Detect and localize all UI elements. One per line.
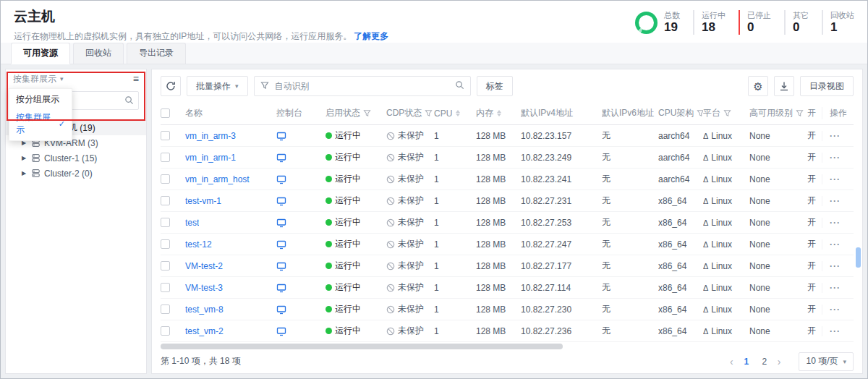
tree-item-cluster-1[interactable]: ▶Cluster-1 (15) bbox=[6, 150, 146, 166]
select-all-cell bbox=[161, 108, 185, 118]
page-number-2[interactable]: 2 bbox=[760, 357, 770, 367]
group-by-selector[interactable]: 按集群展示 ▾ ≡ bbox=[6, 69, 146, 88]
clipped-column-value: 开 bbox=[807, 151, 819, 163]
page-subtitle: 运行在物理机上的虚拟机实例，具有独立的IP地址，可以访问公共网络，运行应用服务。… bbox=[14, 30, 388, 43]
row-checkbox[interactable] bbox=[161, 326, 170, 336]
linux-platform-icon: Δ bbox=[703, 262, 708, 271]
vm-name-link[interactable]: VM-test-2 bbox=[185, 261, 223, 271]
console-icon[interactable] bbox=[276, 196, 286, 206]
vm-name-link[interactable]: test-vm-1 bbox=[185, 196, 221, 206]
export-download-button[interactable] bbox=[774, 76, 794, 96]
next-page-icon[interactable]: › bbox=[778, 357, 781, 367]
tab-export-records[interactable]: 导出记录 bbox=[127, 43, 186, 64]
page-header: 云主机 运行在物理机上的虚拟机实例，具有独立的IP地址，可以访问公共网络，运行应… bbox=[1, 1, 867, 43]
vm-name-link[interactable]: VM-test-3 bbox=[185, 283, 223, 293]
row-actions-button[interactable]: ··· bbox=[830, 261, 841, 271]
column-header-ha[interactable]: 高可用级别 bbox=[749, 107, 807, 119]
row-actions-button[interactable]: ··· bbox=[830, 305, 841, 315]
row-checkbox[interactable] bbox=[161, 305, 170, 314]
vm-name-link[interactable]: test_vm-2 bbox=[185, 326, 224, 336]
row-actions-button[interactable]: ··· bbox=[830, 218, 841, 228]
console-icon[interactable] bbox=[276, 153, 286, 163]
group-by-dropdown: 按分组展示按集群展示✓ bbox=[9, 88, 72, 141]
row-actions-button[interactable]: ··· bbox=[830, 326, 841, 336]
select-all-checkbox[interactable] bbox=[161, 108, 170, 118]
row-actions-button[interactable]: ··· bbox=[830, 283, 841, 293]
row-checkbox[interactable] bbox=[161, 218, 170, 227]
dropdown-item[interactable]: 按集群展示✓ bbox=[9, 108, 72, 139]
learn-more-link[interactable]: 了解更多 bbox=[354, 31, 388, 41]
search-icon[interactable] bbox=[455, 80, 464, 92]
sidebar: 按集群展示 ▾ ≡ ▼ 全部云主机 (19) ▶KVM-ARM (3)▶C bbox=[5, 69, 147, 374]
tree-item-cluster-2[interactable]: ▶Cluster-2 (0) bbox=[6, 166, 146, 181]
dropdown-item[interactable]: 按分组展示 bbox=[9, 90, 72, 108]
linux-platform-icon: Δ bbox=[703, 284, 708, 292]
collapse-list-icon[interactable]: ≡ bbox=[133, 74, 139, 84]
row-actions-button[interactable]: ··· bbox=[830, 196, 841, 206]
column-header-platform[interactable]: 平台 bbox=[703, 107, 749, 119]
table-row: VM-test-2 运行中 未保护 1 128 MB 10.82.27.177 … bbox=[161, 255, 854, 277]
console-icon[interactable] bbox=[276, 239, 286, 250]
batch-actions-button[interactable]: 批量操作 ▾ bbox=[187, 76, 248, 96]
vertical-scrollbar-thumb[interactable] bbox=[856, 247, 861, 268]
status-text: 运行中 bbox=[335, 195, 361, 207]
column-header-cdp[interactable]: CDP状态 bbox=[386, 107, 434, 119]
column-header-mem[interactable]: 内存 bbox=[476, 107, 521, 119]
row-actions-button[interactable]: ··· bbox=[830, 131, 841, 141]
expand-caret-icon[interactable]: ▶ bbox=[22, 155, 31, 161]
tab-recycle-bin[interactable]: 回收站 bbox=[73, 43, 124, 64]
platform-text: Linux bbox=[711, 239, 732, 250]
console-icon[interactable] bbox=[276, 261, 286, 271]
vm-name-link[interactable]: test_vm-8 bbox=[185, 305, 224, 315]
vm-name-link[interactable]: vm_in_arm_host bbox=[185, 174, 250, 184]
row-checkbox[interactable] bbox=[161, 196, 170, 205]
console-icon[interactable] bbox=[276, 174, 286, 184]
console-icon[interactable] bbox=[276, 283, 286, 293]
console-icon[interactable] bbox=[276, 131, 286, 141]
row-actions-button[interactable]: ··· bbox=[830, 174, 841, 184]
tab-available[interactable]: 可用资源 bbox=[11, 43, 70, 64]
column-header-ipv6[interactable]: 默认IPv6地址 bbox=[602, 107, 658, 119]
row-actions-button[interactable]: ··· bbox=[830, 239, 841, 250]
page-size-select[interactable]: 10 项/页 ▾ bbox=[799, 352, 854, 371]
row-checkbox[interactable] bbox=[161, 283, 170, 292]
vm-name-link[interactable]: test-12 bbox=[185, 239, 212, 250]
page-number-1[interactable]: 1 bbox=[741, 357, 752, 367]
column-header-name[interactable]: 名称 bbox=[185, 107, 276, 119]
row-checkbox[interactable] bbox=[161, 153, 170, 162]
horizontal-scrollbar-thumb[interactable] bbox=[161, 344, 563, 349]
cpu-arch-value: aarch64 bbox=[658, 174, 703, 184]
vm-name-link[interactable]: vm_in_arm-3 bbox=[185, 131, 236, 141]
cloud-host-page: 云主机 运行在物理机上的虚拟机实例，具有独立的IP地址，可以访问公共网络，运行应… bbox=[0, 0, 868, 379]
row-actions-button[interactable]: ··· bbox=[830, 153, 841, 163]
vm-name-link[interactable]: test bbox=[185, 218, 199, 228]
expand-caret-icon[interactable]: ▶ bbox=[22, 170, 31, 176]
column-header-ops[interactable]: 操作 bbox=[822, 107, 854, 119]
search-icon[interactable] bbox=[124, 95, 134, 105]
vm-name-link[interactable]: vm_in_arm-1 bbox=[185, 153, 236, 163]
column-header-arch[interactable]: CPU架构 bbox=[658, 107, 703, 119]
console-icon[interactable] bbox=[276, 326, 286, 336]
console-icon[interactable] bbox=[276, 218, 286, 228]
catalog-view-button[interactable]: 目录视图 bbox=[800, 76, 854, 96]
settings-button[interactable]: ⚙ bbox=[748, 76, 768, 96]
console-icon[interactable] bbox=[276, 305, 286, 315]
column-header-ipv4[interactable]: 默认IPv4地址 bbox=[521, 107, 602, 119]
column-header-cpu[interactable]: CPU bbox=[434, 108, 476, 119]
memory-value: 128 MB bbox=[476, 283, 521, 293]
tree-item-label: Cluster-2 (0) bbox=[44, 169, 93, 179]
column-header-status[interactable]: 启用状态 bbox=[326, 107, 386, 119]
row-checkbox[interactable] bbox=[161, 174, 170, 184]
column-header-clip[interactable]: 开 bbox=[807, 107, 819, 119]
row-checkbox[interactable] bbox=[161, 131, 170, 140]
filter-funnel-icon[interactable] bbox=[260, 81, 269, 92]
platform-text: Linux bbox=[711, 283, 732, 293]
table-search-input[interactable] bbox=[273, 80, 451, 92]
column-header-console[interactable]: 控制台 bbox=[276, 107, 326, 119]
row-checkbox[interactable] bbox=[161, 239, 170, 249]
refresh-button[interactable] bbox=[161, 76, 181, 96]
tag-button[interactable]: 标签 bbox=[477, 76, 513, 96]
prev-page-icon[interactable]: ‹ bbox=[730, 357, 733, 367]
ipv4-address: 10.82.23.157 bbox=[521, 131, 602, 141]
row-checkbox[interactable] bbox=[161, 261, 170, 271]
